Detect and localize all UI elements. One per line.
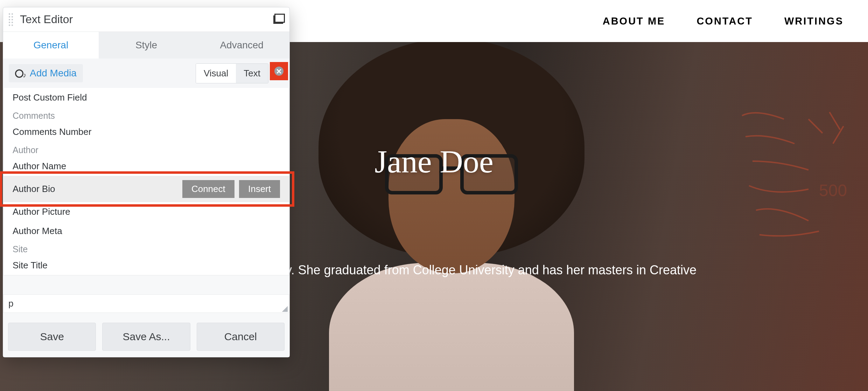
dd-comments-number[interactable]: Comments Number — [4, 122, 289, 142]
highlight-dynamic-tags-button — [270, 62, 288, 80]
panel-footer: Save Save As... Cancel — [3, 313, 289, 357]
tab-general[interactable]: General — [3, 32, 99, 59]
add-media-button[interactable]: Add Media — [9, 64, 83, 82]
window-restore-icon[interactable] — [273, 15, 283, 24]
dd-site-title[interactable]: Site Title — [4, 256, 289, 275]
dd-author-name[interactable]: Author Name — [4, 157, 289, 176]
add-media-label: Add Media — [30, 68, 77, 79]
media-icon — [15, 69, 26, 78]
dynamic-tags-close-icon[interactable] — [274, 67, 284, 76]
cancel-button[interactable]: Cancel — [197, 323, 285, 351]
hero-person-illustration — [294, 42, 609, 391]
editor-toolbar: Add Media Visual Text — [3, 59, 289, 88]
panel-title: Text Editor — [20, 13, 273, 26]
drag-handle-icon[interactable] — [9, 13, 13, 26]
dd-group-comments: Comments — [4, 107, 289, 122]
editor-mode-switch: Visual Text — [196, 63, 268, 83]
nav-contact[interactable]: CONTACT — [696, 15, 753, 27]
dd-group-author: Author — [4, 142, 289, 157]
resize-grip-icon[interactable] — [281, 305, 288, 312]
dd-author-bio-label: Author Bio — [13, 184, 180, 194]
dd-author-picture[interactable]: Author Picture — [4, 202, 289, 221]
text-editor-panel: Text Editor General Style Advanced Add M… — [3, 7, 290, 357]
mode-text[interactable]: Text — [236, 64, 268, 83]
tab-style[interactable]: Style — [99, 32, 194, 59]
dynamic-tags-dropdown: Post Custom Field Comments Comments Numb… — [3, 88, 289, 275]
svg-text:500: 500 — [819, 181, 847, 200]
connect-button[interactable]: Connect — [182, 180, 234, 198]
nav-about[interactable]: ABOUT ME — [603, 15, 665, 27]
panel-header[interactable]: Text Editor — [3, 7, 289, 32]
dd-author-bio[interactable]: Author Bio Connect Insert — [4, 176, 289, 202]
background-scribbles: 500 — [738, 105, 858, 280]
nav-writings[interactable]: WRITINGS — [784, 15, 844, 27]
dd-group-site: Site — [4, 241, 289, 256]
editor-breadcrumb[interactable]: p — [3, 294, 289, 313]
panel-tabs: General Style Advanced — [3, 32, 289, 59]
insert-button[interactable]: Insert — [239, 180, 280, 198]
mode-visual[interactable]: Visual — [196, 64, 236, 83]
save-button[interactable]: Save — [8, 323, 96, 351]
breadcrumb-path: p — [8, 298, 13, 309]
save-as-button[interactable]: Save As... — [102, 323, 190, 351]
dd-row-actions: Connect Insert — [180, 180, 280, 198]
dd-post-custom-field[interactable]: Post Custom Field — [4, 88, 289, 107]
tab-advanced[interactable]: Advanced — [194, 32, 289, 59]
dd-author-meta[interactable]: Author Meta — [4, 221, 289, 241]
